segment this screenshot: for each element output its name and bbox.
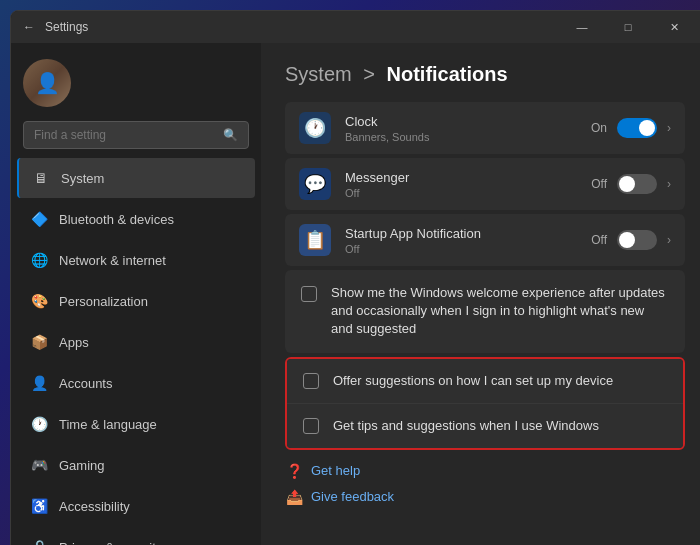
system-icon: 🖥 [31,168,51,188]
sidebar-item-personalization[interactable]: 🎨 Personalization [17,281,255,321]
breadcrumb-separator: > [363,63,375,85]
breadcrumb-parent: System [285,63,352,85]
notification-item-clock[interactable]: 🕐 Clock Banners, Sounds On › [285,102,685,154]
messenger-chevron: › [667,177,671,191]
sidebar-item-label-bluetooth: Bluetooth & devices [59,212,174,227]
sidebar-item-privacy[interactable]: 🔒 Privacy & security [17,527,255,545]
settings-window: ← Settings — □ ✕ 👤 [10,10,700,545]
sidebar-item-label-gaming: Gaming [59,458,105,473]
sidebar-item-label-time: Time & language [59,417,157,432]
content-area: 🕐 Clock Banners, Sounds On › 💬 Messenger… [261,102,700,545]
startup-toggle-thumb [619,232,635,248]
get-help-icon: ❓ [285,462,303,480]
clock-chevron: › [667,121,671,135]
close-button[interactable]: ✕ [651,11,697,43]
apps-icon: 📦 [29,332,49,352]
back-button[interactable]: ← [23,20,35,34]
personalization-icon: 🎨 [29,291,49,311]
nav-menu: 🖥 System 🔷 Bluetooth & devices 🌐 Network… [11,157,261,545]
avatar-image: 👤 [23,59,71,107]
sidebar-item-label-personalization: Personalization [59,294,148,309]
avatar: 👤 [23,59,71,107]
accessibility-icon: ♿ [29,496,49,516]
offer-suggestions-checkbox[interactable] [303,373,319,389]
right-panel: System > Notifications 🕐 Clock Banners, … [261,43,700,545]
sidebar-item-system[interactable]: 🖥 System [17,158,255,198]
sidebar-item-label-apps: Apps [59,335,89,350]
sidebar-item-network[interactable]: 🌐 Network & internet [17,240,255,280]
sidebar-item-label-privacy: Privacy & security [59,540,162,546]
sidebar-item-bluetooth[interactable]: 🔷 Bluetooth & devices [17,199,255,239]
accounts-icon: 👤 [29,373,49,393]
sidebar: 👤 🔍 🖥 System 🔷 Bluetooth & devices 🌐 Net… [11,43,261,545]
network-icon: 🌐 [29,250,49,270]
startup-status: Off [591,233,607,247]
search-box[interactable]: 🔍 [23,121,249,149]
offer-suggestions-item: Offer suggestions on how I can set up my… [287,359,683,403]
avatar-section: 👤 [11,43,261,117]
sidebar-item-label-accessibility: Accessibility [59,499,130,514]
clock-status: On [591,121,607,135]
startup-subtitle: Off [345,243,591,255]
window-controls: — □ ✕ [559,11,697,43]
startup-controls: Off › [591,230,671,250]
give-feedback-label: Give feedback [311,489,394,504]
search-icon: 🔍 [223,128,238,142]
page-header: System > Notifications [261,43,700,102]
startup-toggle[interactable] [617,230,657,250]
search-input[interactable] [34,128,223,142]
give-feedback-link[interactable]: 📤 Give feedback [285,488,685,506]
clock-toggle-thumb [639,120,655,136]
clock-toggle[interactable] [617,118,657,138]
time-icon: 🕐 [29,414,49,434]
sidebar-item-gaming[interactable]: 🎮 Gaming [17,445,255,485]
sidebar-item-time[interactable]: 🕐 Time & language [17,404,255,444]
footer-links: ❓ Get help 📤 Give feedback [285,462,685,506]
highlighted-checkboxes-group: Offer suggestions on how I can set up my… [285,357,685,450]
messenger-title: Messenger [345,170,591,185]
welcome-label: Show me the Windows welcome experience a… [331,284,669,339]
clock-app-icon: 🕐 [299,112,331,144]
sidebar-item-accessibility[interactable]: ♿ Accessibility [17,486,255,526]
titlebar: ← Settings — □ ✕ [11,11,700,43]
sidebar-item-label-network: Network & internet [59,253,166,268]
clock-subtitle: Banners, Sounds [345,131,591,143]
messenger-text: Messenger Off [345,170,591,199]
gaming-icon: 🎮 [29,455,49,475]
messenger-controls: Off › [591,174,671,194]
startup-title: Startup App Notification [345,226,591,241]
offer-suggestions-label: Offer suggestions on how I can set up my… [333,373,613,388]
breadcrumb-current: Notifications [387,63,508,85]
bluetooth-icon: 🔷 [29,209,49,229]
notification-item-startup[interactable]: 📋 Startup App Notification Off Off › [285,214,685,266]
restore-button[interactable]: □ [605,11,651,43]
window-title: Settings [45,20,559,34]
get-tips-label: Get tips and suggestions when I use Wind… [333,418,599,433]
notification-item-messenger[interactable]: 💬 Messenger Off Off › [285,158,685,210]
messenger-subtitle: Off [345,187,591,199]
get-help-label: Get help [311,463,360,478]
breadcrumb: System > Notifications [285,63,685,86]
give-feedback-icon: 📤 [285,488,303,506]
startup-app-icon: 📋 [299,224,331,256]
sidebar-item-apps[interactable]: 📦 Apps [17,322,255,362]
minimize-button[interactable]: — [559,11,605,43]
clock-controls: On › [591,118,671,138]
get-tips-item: Get tips and suggestions when I use Wind… [287,403,683,448]
welcome-checkbox[interactable] [301,286,317,302]
notifications-list: 🕐 Clock Banners, Sounds On › 💬 Messenger… [285,102,685,266]
messenger-toggle[interactable] [617,174,657,194]
clock-title: Clock [345,114,591,129]
startup-text: Startup App Notification Off [345,226,591,255]
sidebar-item-label-accounts: Accounts [59,376,112,391]
welcome-section: Show me the Windows welcome experience a… [285,270,685,353]
get-tips-checkbox[interactable] [303,418,319,434]
messenger-toggle-thumb [619,176,635,192]
main-content: 👤 🔍 🖥 System 🔷 Bluetooth & devices 🌐 Net… [11,43,700,545]
get-help-link[interactable]: ❓ Get help [285,462,685,480]
sidebar-item-accounts[interactable]: 👤 Accounts [17,363,255,403]
sidebar-item-label-system: System [61,171,104,186]
startup-chevron: › [667,233,671,247]
clock-text: Clock Banners, Sounds [345,114,591,143]
messenger-app-icon: 💬 [299,168,331,200]
